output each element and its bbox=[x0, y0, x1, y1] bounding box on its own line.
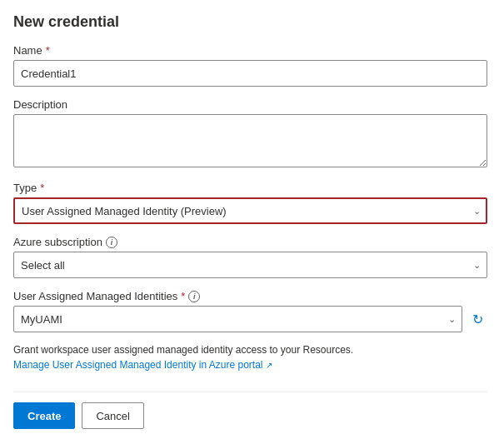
manage-link-text: Manage User Assigned Managed Identity in… bbox=[13, 359, 263, 371]
user-assigned-label: User Assigned Managed Identities * i bbox=[13, 290, 487, 302]
name-field-group: Name * bbox=[13, 44, 487, 87]
refresh-icon: ↻ bbox=[472, 312, 483, 327]
manage-link[interactable]: Manage User Assigned Managed Identity in… bbox=[13, 359, 272, 371]
description-label-text: Description bbox=[13, 98, 67, 111]
page-container: New credential Name * Description Type * bbox=[0, 0, 504, 439]
azure-subscription-label-text: Azure subscription bbox=[13, 236, 102, 248]
azure-subscription-info-icon[interactable]: i bbox=[106, 237, 117, 248]
type-select-wrapper: User Assigned Managed Identity (Preview)… bbox=[13, 197, 487, 224]
description-label: Description bbox=[13, 98, 487, 111]
external-link-icon: ↗ bbox=[266, 361, 272, 370]
user-assigned-info-icon[interactable]: i bbox=[188, 291, 200, 302]
user-assigned-field-group: User Assigned Managed Identities * i MyU… bbox=[13, 290, 487, 332]
footer: Create Cancel bbox=[13, 392, 487, 439]
user-assigned-required-star: * bbox=[181, 290, 185, 302]
azure-subscription-select-wrapper: Select all ⌄ bbox=[13, 252, 487, 278]
description-field-group: Description bbox=[13, 98, 487, 170]
form-section: Name * Description Type * User Assigned … bbox=[13, 44, 487, 382]
name-input[interactable] bbox=[13, 60, 487, 87]
azure-subscription-label: Azure subscription i bbox=[13, 236, 487, 248]
description-input[interactable] bbox=[13, 114, 487, 167]
name-required-star: * bbox=[46, 44, 50, 57]
type-select[interactable]: User Assigned Managed Identity (Preview)… bbox=[13, 197, 487, 224]
user-assigned-select-wrapper: MyUAMI ⌄ bbox=[13, 306, 462, 332]
azure-subscription-select[interactable]: Select all bbox=[13, 252, 487, 278]
create-button[interactable]: Create bbox=[13, 402, 75, 429]
type-label-text: Type bbox=[13, 182, 37, 194]
type-label: Type * bbox=[13, 182, 487, 194]
user-assigned-select[interactable]: MyUAMI bbox=[13, 306, 462, 332]
helper-text: Grant workspace user assigned managed id… bbox=[13, 344, 487, 356]
page-title: New credential bbox=[13, 13, 487, 31]
user-assigned-select-row: MyUAMI ⌄ ↻ bbox=[13, 306, 487, 332]
name-label: Name * bbox=[13, 44, 487, 57]
user-assigned-label-text: User Assigned Managed Identities bbox=[13, 290, 177, 302]
azure-subscription-field-group: Azure subscription i Select all ⌄ bbox=[13, 236, 487, 278]
type-required-star: * bbox=[40, 182, 44, 194]
cancel-button[interactable]: Cancel bbox=[82, 402, 143, 429]
type-field-group: Type * User Assigned Managed Identity (P… bbox=[13, 182, 487, 224]
name-label-text: Name bbox=[13, 44, 42, 57]
user-assigned-refresh-button[interactable]: ↻ bbox=[467, 309, 487, 329]
